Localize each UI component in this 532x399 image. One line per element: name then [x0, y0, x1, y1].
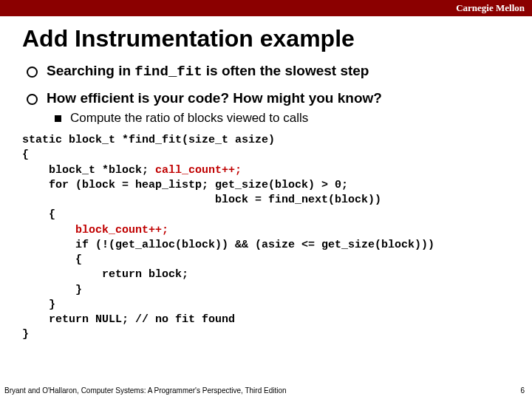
- footer-attribution: Bryant and O'Hallaron, Computer Systems:…: [4, 386, 287, 395]
- bullet-2-text: How efficient is your code? How might yo…: [47, 90, 382, 106]
- footer: Bryant and O'Hallaron, Computer Systems:…: [4, 386, 525, 395]
- code-line: return NULL; // no fit found: [22, 313, 235, 326]
- page-number: 6: [520, 386, 525, 395]
- sub-bullet-1: Compute the ratio of blocks viewed to ca…: [55, 111, 510, 126]
- code-highlight: block_count++;: [22, 224, 168, 236]
- code-line: static block_t *find_fit(size_t asize): [22, 134, 275, 146]
- code-line: block = find_next(block)): [22, 194, 381, 206]
- bullet-marker-hollow-icon: [27, 94, 38, 105]
- code-line: {: [22, 149, 29, 161]
- code-line: for (block = heap_listp; get_size(block)…: [22, 179, 348, 191]
- code-line: {: [22, 253, 82, 266]
- code-inline: find_fit: [134, 64, 202, 80]
- code-line: {: [22, 208, 55, 221]
- code-line: block_t *block;: [22, 164, 155, 177]
- code-line: return block;: [22, 268, 188, 281]
- sub-bullet-1-text: Compute the ratio of blocks viewed to ca…: [70, 111, 308, 126]
- bullet-1: Searching in find_fit is often the slowe…: [22, 63, 510, 80]
- code-block: static block_t *find_fit(size_t asize) {…: [22, 133, 510, 343]
- bullet-1-text: Searching in find_fit is often the slowe…: [47, 63, 369, 80]
- bullet-marker-hollow-icon: [27, 66, 38, 78]
- code-highlight: call_count++;: [155, 164, 242, 177]
- bullet-2: How efficient is your code? How might yo…: [22, 90, 510, 106]
- bullet-list: Searching in find_fit is often the slowe…: [22, 63, 510, 126]
- code-line: }: [22, 299, 55, 311]
- header-bar: Carnegie Mellon: [0, 0, 532, 16]
- slide-title: Add Instrumentation example: [22, 25, 532, 52]
- text-fragment: Searching in: [47, 63, 134, 78]
- bullet-marker-square-icon: [55, 115, 61, 122]
- text-fragment: is often the slowest step: [202, 63, 369, 78]
- code-line: if (!(get_alloc(block)) && (asize <= get…: [22, 239, 434, 251]
- code-line: }: [22, 284, 82, 296]
- header-brand: Carnegie Mellon: [456, 2, 525, 14]
- code-line: }: [22, 328, 29, 341]
